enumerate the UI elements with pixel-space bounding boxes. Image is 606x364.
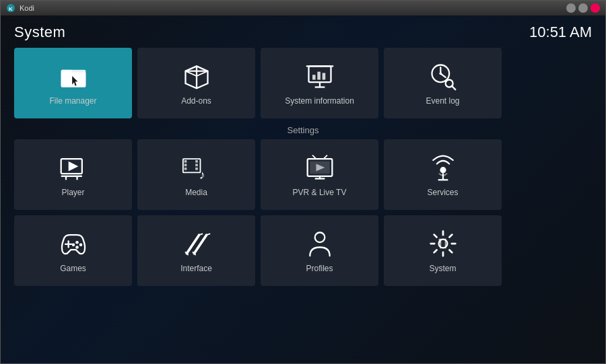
svg-text:♪: ♪ [199,167,205,181]
tv-icon [305,153,335,182]
tile-event-log-label: Event log [426,96,459,106]
box-icon [182,61,211,91]
maximize-button[interactable]: □ [578,3,588,13]
media-icon: ♪ [182,153,211,182]
svg-line-67 [449,234,452,237]
tile-system-label: System [429,264,456,273]
tile-profiles[interactable]: Profiles [261,215,378,286]
settings-row-1: Player ♪ Media [14,139,592,210]
svg-line-23 [451,85,455,89]
svg-rect-34 [195,163,198,166]
clock: 10:51 AM [529,24,592,41]
tile-games[interactable]: Games [14,215,132,286]
presentation-icon [305,61,335,91]
svg-rect-16 [317,71,321,79]
window-title: Kodi [20,4,34,12]
window-frame: K Kodi — □ ✕ System 10:51 AM [0,0,606,364]
svg-point-44 [440,167,446,173]
tile-file-manager-label: File manager [49,96,96,106]
svg-marker-28 [68,161,78,171]
tile-pvr[interactable]: PVR & Live TV [261,139,378,210]
kodi-icon: K [6,3,15,13]
svg-point-50 [79,243,82,246]
tile-file-manager[interactable]: File manager [14,48,132,118]
page-title: System [14,24,65,41]
play-icon [59,153,88,182]
minimize-button[interactable]: — [566,3,576,13]
tile-interface[interactable]: Interface [137,215,255,286]
svg-rect-35 [195,168,198,170]
tile-media[interactable]: ♪ Media [137,139,255,210]
top-row: File manager Add-ons [14,48,592,118]
tile-pvr-label: PVR & Live TV [293,188,347,197]
settings-icon [428,229,458,258]
title-bar: K Kodi — □ ✕ [1,1,605,15]
tile-add-ons[interactable]: Add-ons [137,48,255,118]
tile-profiles-label: Profiles [306,264,333,273]
svg-point-51 [75,246,79,249]
app-content: System 10:51 AM File manager [1,15,605,363]
svg-rect-17 [322,73,325,79]
folder-icon [59,61,88,91]
tile-services[interactable]: Services [384,139,502,210]
broadcast-icon [428,153,458,182]
settings-section-title: Settings [14,125,592,135]
svg-point-52 [71,243,75,246]
svg-line-68 [434,250,436,252]
tile-games-label: Games [60,264,86,273]
tile-player[interactable]: Player [14,139,132,210]
clock-search-icon [428,61,458,91]
svg-rect-15 [312,75,316,79]
svg-rect-33 [195,160,198,163]
tile-interface-label: Interface [180,264,212,273]
tile-media-label: Media [185,188,207,197]
close-button[interactable]: ✕ [591,3,600,13]
svg-text:K: K [9,6,13,12]
tile-system-information[interactable]: System information [261,48,378,118]
gamepad-icon [59,229,88,258]
svg-rect-31 [184,163,187,166]
svg-rect-30 [184,160,187,163]
svg-line-66 [449,250,452,252]
person-icon [305,229,335,258]
svg-line-65 [434,234,436,237]
tile-system-info-label: System information [285,96,354,106]
interface-icon [182,229,211,258]
settings-row-2: Games Interface [14,215,592,286]
tile-add-ons-label: Add-ons [181,96,211,106]
tile-system[interactable]: System [384,215,502,286]
title-bar-controls: — □ ✕ [566,3,600,13]
svg-point-49 [75,240,79,244]
svg-rect-4 [61,69,72,73]
title-bar-left: K Kodi [6,3,34,13]
svg-point-21 [439,72,442,75]
app-header: System 10:51 AM [14,24,592,41]
tile-event-log[interactable]: Event log [384,48,502,118]
svg-rect-32 [184,168,187,170]
svg-point-59 [314,232,325,242]
tile-services-label: Services [427,188,458,197]
tile-player-label: Player [61,188,84,197]
